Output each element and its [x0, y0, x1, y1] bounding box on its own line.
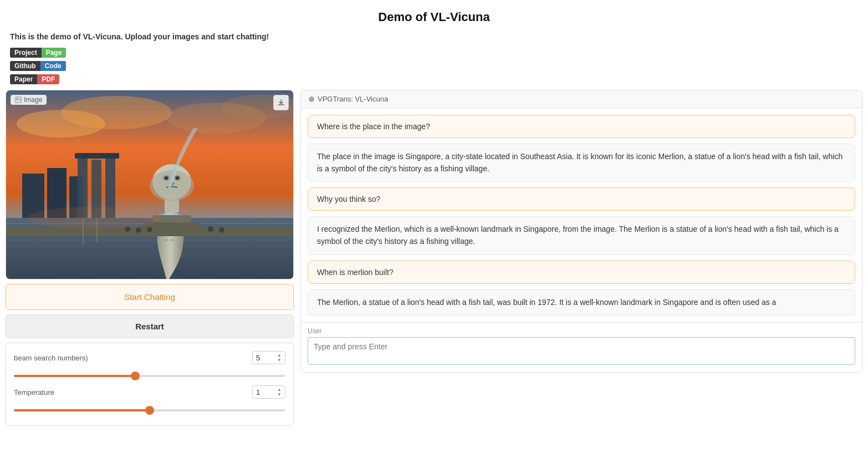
beam-value-box[interactable]: 5 ▲ ▼: [252, 351, 285, 364]
badge-paper-right: PDF: [37, 74, 59, 84]
svg-rect-13: [75, 153, 119, 159]
message-text: The place in the image is Singapore, a c…: [317, 152, 843, 173]
temperature-label: Temperature: [14, 388, 252, 396]
badge-paper[interactable]: Paper PDF: [10, 74, 858, 84]
chat-messages[interactable]: Where is the place in the image? The pla…: [301, 108, 862, 322]
beam-value: 5: [256, 354, 260, 362]
badge-project-left: Project: [10, 48, 42, 58]
temperature-slider[interactable]: [14, 409, 285, 411]
svg-point-24: [176, 176, 179, 180]
beam-slider[interactable]: [14, 375, 285, 377]
temperature-value: 1: [256, 388, 260, 396]
message-assistant-3-partial: The Merlion, a statue of a lion's head w…: [308, 289, 855, 316]
image-container: Image: [6, 90, 294, 279]
badge-github-left: Github: [10, 61, 40, 71]
badge-project[interactable]: Project Page: [10, 48, 858, 58]
message-text: When is merlion built?: [317, 268, 394, 277]
chat-header: VPGTrans: VL-Vicuna: [301, 90, 862, 108]
message-text: The Merlion, a statue of a lion's head w…: [317, 298, 776, 307]
slider-section: beam search numbers) 5 ▲ ▼ Temperature 1: [6, 343, 294, 426]
download-icon[interactable]: [273, 95, 289, 110]
temperature-row: Temperature 1 ▲ ▼: [14, 385, 285, 399]
start-chatting-button[interactable]: Start Chatting: [6, 284, 294, 310]
badge-github-right: Code: [40, 61, 66, 71]
left-panel: Image: [6, 90, 294, 426]
svg-point-34: [219, 227, 224, 233]
beam-label: beam search numbers): [14, 354, 252, 362]
user-input-section: User: [301, 322, 862, 372]
message-text: Why you think so?: [317, 195, 380, 204]
chat-header-label: VPGTrans: VL-Vicuna: [318, 95, 388, 103]
beam-search-row: beam search numbers) 5 ▲ ▼: [14, 351, 285, 364]
user-input[interactable]: [308, 337, 855, 365]
svg-point-37: [28, 207, 161, 229]
right-panel: VPGTrans: VL-Vicuna Where is the place i…: [300, 90, 862, 373]
message-text: Where is the place in the image?: [317, 122, 430, 131]
temperature-spinners[interactable]: ▲ ▼: [277, 387, 282, 397]
svg-point-32: [147, 227, 152, 232]
badge-paper-left: Paper: [10, 74, 37, 84]
badge-github[interactable]: Github Code: [10, 61, 858, 71]
subtitle: This is the demo of VL-Vicuna. Upload yo…: [0, 30, 868, 45]
chat-dot: [309, 96, 314, 102]
message-user-3: When is merlion built?: [308, 261, 855, 284]
restart-button[interactable]: Restart: [6, 314, 294, 338]
svg-point-31: [136, 227, 141, 233]
user-label: User: [308, 327, 855, 335]
beam-spinners[interactable]: ▲ ▼: [277, 353, 282, 363]
page-title: Demo of VL-Vicuna: [0, 0, 868, 30]
svg-point-23: [165, 176, 168, 180]
image-label: Image: [11, 95, 47, 105]
message-text: I recognized the Merlion, which is a wel…: [317, 225, 839, 246]
svg-point-33: [208, 226, 213, 232]
badge-row: Project Page Github Code Paper PDF: [0, 45, 868, 90]
message-assistant-1: The place in the image is Singapore, a c…: [308, 144, 855, 182]
message-user-2: Why you think so?: [308, 187, 855, 211]
image-icon: [15, 96, 22, 103]
badge-project-right: Page: [42, 48, 67, 58]
temperature-slider-row[interactable]: [14, 404, 285, 413]
beam-slider-row[interactable]: [14, 370, 285, 379]
message-user-1: Where is the place in the image?: [308, 115, 855, 138]
message-assistant-2: I recognized the Merlion, which is a wel…: [308, 216, 855, 255]
merlion-image: [6, 90, 293, 279]
temperature-value-box[interactable]: 1 ▲ ▼: [252, 385, 285, 399]
svg-point-4: [61, 96, 172, 129]
